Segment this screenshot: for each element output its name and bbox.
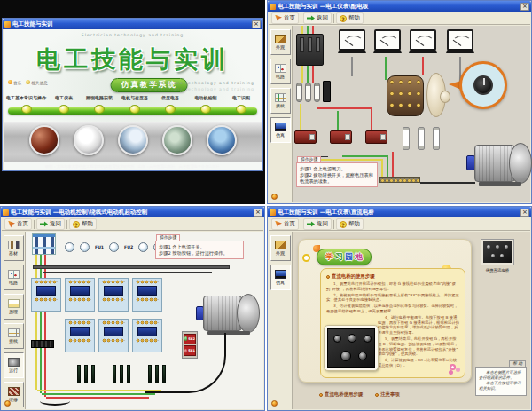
- circuit-icon: [8, 270, 20, 279]
- wire: [422, 57, 424, 75]
- thumbnail-meter[interactable]: [74, 125, 104, 155]
- help-button[interactable]: ?帮助: [336, 12, 364, 24]
- back-button[interactable]: 返回: [303, 12, 332, 24]
- contactor[interactable]: [65, 278, 95, 312]
- music-icon[interactable]: [4, 400, 11, 407]
- music-icon[interactable]: [271, 194, 278, 200]
- home-button[interactable]: 首页: [4, 218, 32, 230]
- fuse[interactable]: [80, 242, 90, 252]
- link-usage-steps[interactable]: 直流电桥使用步骤: [319, 391, 363, 398]
- sidebar-appearance-button[interactable]: 外观: [270, 29, 291, 55]
- menu-item-lighting[interactable]: 照明电路安装: [82, 95, 117, 120]
- home-icon: [275, 221, 282, 228]
- motor-titlebar: 电工技能与实训 —电动机控制\绕线式电动机起动控制 ×: [1, 207, 264, 217]
- thumbnail-components[interactable]: [207, 125, 237, 155]
- contactor[interactable]: [98, 278, 129, 312]
- circuit-breaker[interactable]: [32, 233, 56, 255]
- home-icon: [8, 221, 15, 228]
- back-button[interactable]: 返回: [303, 218, 332, 230]
- close-icon[interactable]: ×: [520, 209, 529, 217]
- menu-item-label: 电机与变压器: [117, 95, 153, 100]
- window-title: 电工技能与实训 —电动机控制\绕线式电动机起动控制: [11, 209, 252, 217]
- link-precautions[interactable]: 注意事项: [375, 391, 400, 398]
- motor-toolbar: 首页 返回 ?帮助: [2, 218, 263, 231]
- thumbnail-label: 便携直流电桥: [473, 268, 521, 273]
- fuse[interactable]: [296, 83, 302, 102]
- fuse[interactable]: [138, 242, 148, 252]
- sidebar-simulation-button[interactable]: 仿真: [270, 117, 291, 143]
- help-button[interactable]: ?帮助: [69, 218, 97, 230]
- info-icon: [26, 80, 30, 84]
- sidebar-wiring-button[interactable]: 接线: [270, 88, 291, 114]
- menu-item-label: 电工仪表: [46, 95, 82, 100]
- fuse[interactable]: [65, 242, 74, 252]
- back-label: 返回: [50, 220, 61, 228]
- back-button[interactable]: 返回: [36, 218, 65, 230]
- menu-item-instruments[interactable]: 电工仪表: [46, 95, 82, 120]
- ring-decoration: [302, 254, 310, 262]
- bridge-thumbnail[interactable]: [481, 239, 514, 265]
- sidebar-materials-button[interactable]: 器材: [4, 235, 24, 261]
- music-icon[interactable]: [271, 400, 278, 407]
- sidebar-circuit-button[interactable]: 电路: [4, 265, 24, 290]
- close-icon[interactable]: ×: [520, 3, 529, 11]
- fuse-label: FU1: [95, 245, 104, 249]
- home-button[interactable]: 首页: [271, 12, 299, 24]
- help-icon: ?: [340, 221, 347, 228]
- rotary-knob-icon[interactable]: [473, 75, 493, 95]
- close-icon[interactable]: ×: [252, 20, 261, 28]
- fuse-row: FU1 FU2: [65, 242, 163, 252]
- info-link[interactable]: 相关信息: [26, 80, 47, 85]
- fuse-link[interactable]: [418, 127, 425, 150]
- help-icon: ?: [73, 221, 80, 228]
- fuse-link[interactable]: [433, 127, 440, 150]
- wire: [312, 66, 314, 83]
- appearance-icon: [275, 241, 286, 249]
- menu-item-basics[interactable]: 电工基本常识与操作: [6, 95, 46, 120]
- menu-item-machines[interactable]: 电机与变压器: [117, 95, 153, 120]
- menu-item-lowvoltage[interactable]: 低压电器: [153, 95, 188, 120]
- changeover-switch[interactable]: [387, 75, 424, 116]
- contactor[interactable]: [31, 278, 61, 312]
- thumbnail-motor[interactable]: [162, 125, 192, 155]
- knife-switch[interactable]: [296, 34, 324, 66]
- fuse[interactable]: [314, 83, 320, 102]
- sidebar-label: 电路: [9, 280, 18, 285]
- switch-ceramic-handle[interactable]: [426, 73, 446, 117]
- sidebar-label: 原理: [9, 309, 18, 314]
- sidebar-circuit-button[interactable]: 电路: [270, 59, 291, 84]
- sidebar-appearance-button[interactable]: 外观: [270, 235, 291, 261]
- home-button[interactable]: 首页: [271, 218, 299, 230]
- menu-item-drawings[interactable]: 电工识图: [223, 95, 259, 120]
- knob-icon: [340, 351, 351, 361]
- step-paragraph: 2、将被测电阻用较粗的导线接到面板上标有“RX”的两接线柱上，并拧紧压实，使其处…: [326, 293, 459, 304]
- sidebar-principle-button[interactable]: 原理: [4, 294, 24, 320]
- thumbnail-breaker[interactable]: [118, 125, 148, 155]
- help-button[interactable]: ?帮助: [336, 218, 364, 230]
- wire: [387, 155, 388, 178]
- contactor[interactable]: [98, 319, 129, 352]
- link-label: 注意事项: [380, 391, 400, 398]
- close-icon[interactable]: ×: [254, 209, 262, 217]
- header-char: 习: [335, 251, 343, 263]
- contactor[interactable]: [132, 278, 162, 312]
- fuse[interactable]: [305, 83, 311, 102]
- english-caption-right: Electricians technology and training: [149, 81, 254, 85]
- sidebar-run-button[interactable]: 运行: [4, 352, 24, 378]
- thumbnail-wires[interactable]: [29, 125, 59, 155]
- help-label: 帮助: [82, 220, 93, 228]
- music-toggle[interactable]: 音乐: [8, 80, 21, 85]
- monitor-icon: [275, 270, 286, 279]
- menu-item-motorcontrol[interactable]: 电动机控制: [188, 95, 223, 120]
- home-label: 首页: [284, 14, 295, 22]
- knob-icon: [358, 352, 367, 360]
- wire: [337, 111, 339, 130]
- sidebar-label: 接线: [9, 338, 18, 344]
- contactor[interactable]: [65, 319, 95, 352]
- sidebar-simulation-button[interactable]: 仿真: [270, 265, 291, 290]
- help-label: 帮助: [348, 14, 360, 22]
- fuse-link[interactable]: [403, 127, 410, 150]
- analog-meter-2: [374, 29, 401, 51]
- fuse[interactable]: [109, 242, 119, 252]
- sidebar-wiring-button[interactable]: 接线: [4, 323, 24, 349]
